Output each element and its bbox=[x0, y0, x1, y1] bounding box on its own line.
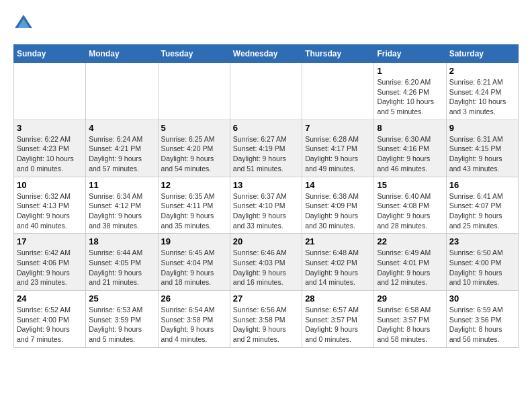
page-header bbox=[13, 13, 519, 34]
day-info: Sunrise: 6:49 AM Sunset: 4:01 PM Dayligh… bbox=[377, 248, 443, 287]
calendar-cell: 22Sunrise: 6:49 AM Sunset: 4:01 PM Dayli… bbox=[374, 234, 446, 291]
day-number: 4 bbox=[89, 123, 154, 133]
day-number: 20 bbox=[233, 236, 299, 246]
day-number: 11 bbox=[89, 180, 154, 190]
weekday-header-friday: Friday bbox=[374, 45, 446, 63]
calendar-cell: 7Sunrise: 6:28 AM Sunset: 4:17 PM Daylig… bbox=[302, 120, 374, 177]
calendar-cell bbox=[230, 63, 302, 120]
calendar-cell: 27Sunrise: 6:56 AM Sunset: 3:58 PM Dayli… bbox=[230, 291, 302, 348]
day-info: Sunrise: 6:27 AM Sunset: 4:19 PM Dayligh… bbox=[233, 134, 299, 174]
day-number: 8 bbox=[377, 123, 443, 133]
day-info: Sunrise: 6:42 AM Sunset: 4:06 PM Dayligh… bbox=[17, 248, 83, 287]
calendar-cell: 4Sunrise: 6:24 AM Sunset: 4:21 PM Daylig… bbox=[86, 120, 158, 177]
calendar-cell: 19Sunrise: 6:45 AM Sunset: 4:04 PM Dayli… bbox=[158, 234, 230, 291]
day-number: 7 bbox=[305, 123, 371, 133]
day-number: 12 bbox=[161, 180, 227, 190]
calendar-table: SundayMondayTuesdayWednesdayThursdayFrid… bbox=[13, 44, 519, 348]
day-number: 16 bbox=[449, 180, 515, 190]
day-info: Sunrise: 6:22 AM Sunset: 4:23 PM Dayligh… bbox=[17, 134, 83, 174]
day-info: Sunrise: 6:48 AM Sunset: 4:02 PM Dayligh… bbox=[305, 248, 371, 287]
day-info: Sunrise: 6:40 AM Sunset: 4:08 PM Dayligh… bbox=[377, 191, 443, 231]
day-number: 3 bbox=[17, 123, 83, 133]
day-info: Sunrise: 6:24 AM Sunset: 4:21 PM Dayligh… bbox=[89, 134, 154, 174]
calendar-cell: 6Sunrise: 6:27 AM Sunset: 4:19 PM Daylig… bbox=[230, 120, 302, 177]
calendar-cell: 14Sunrise: 6:38 AM Sunset: 4:09 PM Dayli… bbox=[302, 177, 374, 234]
day-number: 13 bbox=[233, 180, 299, 190]
calendar-cell: 17Sunrise: 6:42 AM Sunset: 4:06 PM Dayli… bbox=[14, 234, 86, 291]
calendar-cell: 28Sunrise: 6:57 AM Sunset: 3:57 PM Dayli… bbox=[302, 291, 374, 348]
day-number: 2 bbox=[449, 66, 515, 76]
logo-icon bbox=[13, 13, 34, 34]
weekday-header-thursday: Thursday bbox=[302, 45, 374, 63]
calendar-cell: 11Sunrise: 6:34 AM Sunset: 4:12 PM Dayli… bbox=[86, 177, 158, 234]
day-number: 30 bbox=[449, 293, 515, 304]
day-number: 19 bbox=[161, 236, 227, 246]
weekday-header-wednesday: Wednesday bbox=[230, 45, 302, 63]
day-number: 5 bbox=[161, 123, 227, 133]
calendar-cell: 2Sunrise: 6:21 AM Sunset: 4:24 PM Daylig… bbox=[446, 63, 518, 120]
day-number: 10 bbox=[17, 180, 83, 190]
day-info: Sunrise: 6:57 AM Sunset: 3:57 PM Dayligh… bbox=[305, 305, 371, 345]
calendar-cell: 16Sunrise: 6:41 AM Sunset: 4:07 PM Dayli… bbox=[446, 177, 518, 234]
day-info: Sunrise: 6:59 AM Sunset: 3:56 PM Dayligh… bbox=[449, 305, 515, 345]
weekday-header-saturday: Saturday bbox=[446, 45, 518, 63]
day-number: 23 bbox=[449, 236, 515, 246]
calendar-cell bbox=[302, 63, 374, 120]
day-number: 29 bbox=[377, 293, 443, 304]
day-info: Sunrise: 6:50 AM Sunset: 4:00 PM Dayligh… bbox=[449, 248, 515, 287]
day-number: 21 bbox=[305, 236, 371, 246]
calendar-cell: 3Sunrise: 6:22 AM Sunset: 4:23 PM Daylig… bbox=[14, 120, 86, 177]
day-number: 6 bbox=[233, 123, 299, 133]
calendar-cell: 8Sunrise: 6:30 AM Sunset: 4:16 PM Daylig… bbox=[374, 120, 446, 177]
calendar-cell: 1Sunrise: 6:20 AM Sunset: 4:26 PM Daylig… bbox=[374, 63, 446, 120]
day-number: 25 bbox=[89, 293, 154, 304]
calendar-cell: 18Sunrise: 6:44 AM Sunset: 4:05 PM Dayli… bbox=[86, 234, 158, 291]
weekday-header-sunday: Sunday bbox=[14, 45, 86, 63]
calendar-week-row: 3Sunrise: 6:22 AM Sunset: 4:23 PM Daylig… bbox=[14, 120, 519, 177]
day-info: Sunrise: 6:41 AM Sunset: 4:07 PM Dayligh… bbox=[449, 191, 515, 231]
calendar-week-row: 24Sunrise: 6:52 AM Sunset: 4:00 PM Dayli… bbox=[14, 291, 519, 348]
day-info: Sunrise: 6:52 AM Sunset: 4:00 PM Dayligh… bbox=[17, 305, 83, 345]
day-info: Sunrise: 6:34 AM Sunset: 4:12 PM Dayligh… bbox=[89, 191, 154, 231]
day-number: 18 bbox=[89, 236, 154, 246]
calendar-cell bbox=[86, 63, 158, 120]
day-number: 26 bbox=[161, 293, 227, 304]
day-number: 9 bbox=[449, 123, 515, 133]
day-info: Sunrise: 6:53 AM Sunset: 3:59 PM Dayligh… bbox=[89, 305, 154, 345]
calendar-cell: 13Sunrise: 6:37 AM Sunset: 4:10 PM Dayli… bbox=[230, 177, 302, 234]
day-info: Sunrise: 6:44 AM Sunset: 4:05 PM Dayligh… bbox=[89, 248, 154, 287]
calendar-cell: 23Sunrise: 6:50 AM Sunset: 4:00 PM Dayli… bbox=[446, 234, 518, 291]
calendar-cell: 21Sunrise: 6:48 AM Sunset: 4:02 PM Dayli… bbox=[302, 234, 374, 291]
calendar-header: SundayMondayTuesdayWednesdayThursdayFrid… bbox=[14, 45, 519, 63]
calendar-cell: 29Sunrise: 6:58 AM Sunset: 3:57 PM Dayli… bbox=[374, 291, 446, 348]
calendar-cell: 9Sunrise: 6:31 AM Sunset: 4:15 PM Daylig… bbox=[446, 120, 518, 177]
calendar-cell: 15Sunrise: 6:40 AM Sunset: 4:08 PM Dayli… bbox=[374, 177, 446, 234]
day-number: 14 bbox=[305, 180, 371, 190]
day-number: 17 bbox=[17, 236, 83, 246]
day-info: Sunrise: 6:58 AM Sunset: 3:57 PM Dayligh… bbox=[377, 305, 443, 345]
day-info: Sunrise: 6:37 AM Sunset: 4:10 PM Dayligh… bbox=[233, 191, 299, 231]
calendar-cell: 30Sunrise: 6:59 AM Sunset: 3:56 PM Dayli… bbox=[446, 291, 518, 348]
calendar-cell: 25Sunrise: 6:53 AM Sunset: 3:59 PM Dayli… bbox=[86, 291, 158, 348]
day-info: Sunrise: 6:20 AM Sunset: 4:26 PM Dayligh… bbox=[377, 77, 443, 117]
logo bbox=[13, 13, 36, 34]
calendar-cell bbox=[158, 63, 230, 120]
calendar-week-row: 17Sunrise: 6:42 AM Sunset: 4:06 PM Dayli… bbox=[14, 234, 519, 291]
calendar-cell bbox=[14, 63, 86, 120]
calendar-cell: 26Sunrise: 6:54 AM Sunset: 3:58 PM Dayli… bbox=[158, 291, 230, 348]
day-number: 1 bbox=[377, 66, 443, 76]
calendar-cell: 12Sunrise: 6:35 AM Sunset: 4:11 PM Dayli… bbox=[158, 177, 230, 234]
calendar-body: 1Sunrise: 6:20 AM Sunset: 4:26 PM Daylig… bbox=[14, 63, 519, 348]
day-number: 22 bbox=[377, 236, 443, 246]
day-info: Sunrise: 6:56 AM Sunset: 3:58 PM Dayligh… bbox=[233, 305, 299, 345]
day-number: 28 bbox=[305, 293, 371, 304]
calendar-week-row: 1Sunrise: 6:20 AM Sunset: 4:26 PM Daylig… bbox=[14, 63, 519, 120]
calendar-cell: 5Sunrise: 6:25 AM Sunset: 4:20 PM Daylig… bbox=[158, 120, 230, 177]
day-info: Sunrise: 6:32 AM Sunset: 4:13 PM Dayligh… bbox=[17, 191, 83, 231]
weekday-header-tuesday: Tuesday bbox=[158, 45, 230, 63]
day-info: Sunrise: 6:25 AM Sunset: 4:20 PM Dayligh… bbox=[161, 134, 227, 174]
calendar-week-row: 10Sunrise: 6:32 AM Sunset: 4:13 PM Dayli… bbox=[14, 177, 519, 234]
day-info: Sunrise: 6:21 AM Sunset: 4:24 PM Dayligh… bbox=[449, 77, 515, 117]
day-info: Sunrise: 6:54 AM Sunset: 3:58 PM Dayligh… bbox=[161, 305, 227, 345]
day-number: 24 bbox=[17, 293, 83, 304]
